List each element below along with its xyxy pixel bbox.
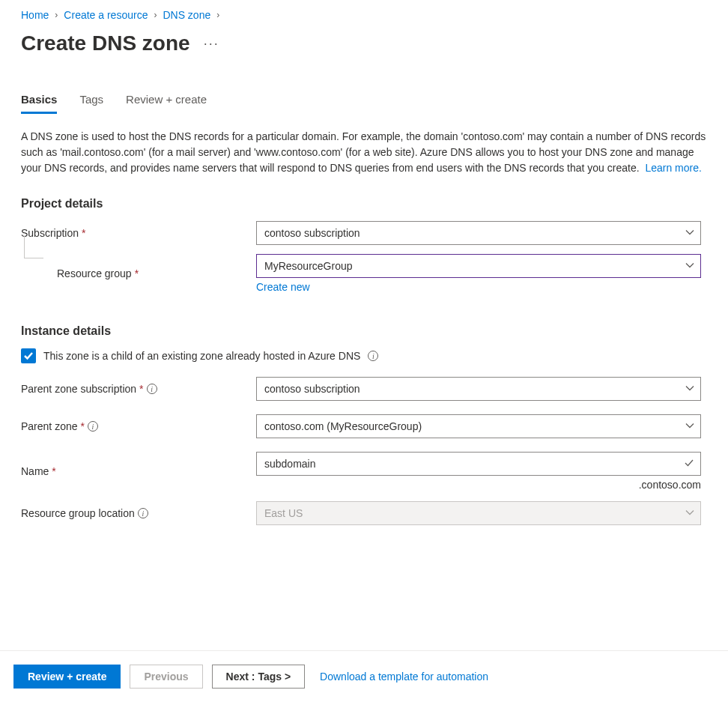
tab-tags[interactable]: Tags xyxy=(79,93,103,114)
tab-review-create[interactable]: Review + create xyxy=(126,93,207,114)
breadcrumb-dns-zone[interactable]: DNS zone xyxy=(163,9,210,21)
chevron-down-icon xyxy=(685,383,694,395)
subscription-select[interactable]: contoso subscription xyxy=(256,221,701,245)
name-label: Name * xyxy=(21,465,256,477)
info-icon[interactable]: i xyxy=(368,351,378,361)
chevron-right-icon: › xyxy=(55,10,58,20)
name-input[interactable]: subdomain xyxy=(256,452,701,476)
parent-zone-select[interactable]: contoso.com (MyResourceGroup) xyxy=(256,414,701,438)
info-icon[interactable]: i xyxy=(138,508,148,518)
breadcrumb: Home › Create a resource › DNS zone › xyxy=(21,9,707,21)
learn-more-link[interactable]: Learn more. xyxy=(645,162,701,174)
page-title: Create DNS zone xyxy=(21,31,190,55)
chevron-down-icon xyxy=(685,507,694,519)
previous-button: Previous xyxy=(130,665,202,689)
resource-group-location-select: East US xyxy=(256,501,701,525)
resource-group-location-label: Resource group location i xyxy=(21,507,256,519)
chevron-down-icon xyxy=(685,260,694,272)
chevron-down-icon xyxy=(685,227,694,239)
footer: Review + create Previous Next : Tags > D… xyxy=(0,650,728,702)
breadcrumb-create-resource[interactable]: Create a resource xyxy=(64,9,148,21)
download-template-link[interactable]: Download a template for automation xyxy=(320,671,488,683)
more-actions-icon[interactable]: ··· xyxy=(204,36,219,52)
name-suffix: .contoso.com xyxy=(256,479,701,491)
chevron-right-icon: › xyxy=(154,10,157,20)
tab-basics[interactable]: Basics xyxy=(21,93,57,114)
resource-group-select[interactable]: MyResourceGroup xyxy=(256,254,701,278)
tabs: Basics Tags Review + create xyxy=(21,93,707,114)
checkmark-icon xyxy=(684,458,694,470)
child-zone-label: This zone is a child of an existing zone… xyxy=(43,350,360,362)
section-project-details: Project details xyxy=(21,197,707,211)
page-description: A DNS zone is used to host the DNS recor… xyxy=(21,129,707,176)
chevron-right-icon: › xyxy=(216,10,219,20)
next-button[interactable]: Next : Tags > xyxy=(212,665,306,689)
parent-zone-subscription-select[interactable]: contoso subscription xyxy=(256,377,701,401)
subscription-label: Subscription * xyxy=(21,227,256,239)
info-icon[interactable]: i xyxy=(147,384,157,394)
create-new-link[interactable]: Create new xyxy=(256,281,310,293)
review-create-button[interactable]: Review + create xyxy=(13,665,121,689)
breadcrumb-home[interactable]: Home xyxy=(21,9,49,21)
parent-zone-subscription-label: Parent zone subscription * i xyxy=(21,383,256,395)
parent-zone-label: Parent zone * i xyxy=(21,420,256,432)
chevron-down-icon xyxy=(685,420,694,432)
info-icon[interactable]: i xyxy=(88,421,98,432)
section-instance-details: Instance details xyxy=(21,324,707,338)
child-zone-checkbox[interactable] xyxy=(21,348,36,363)
resource-group-label: Resource group * xyxy=(21,267,256,279)
